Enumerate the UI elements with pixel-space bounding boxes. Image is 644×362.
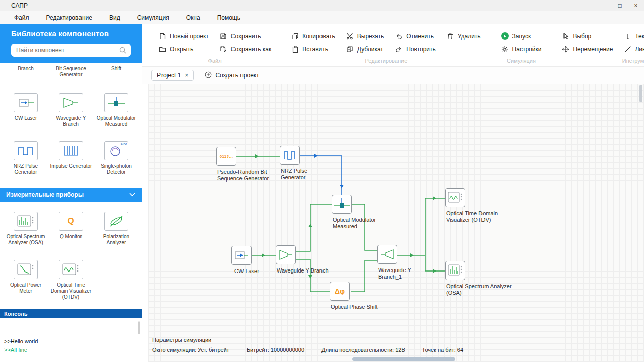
library-component-polarization[interactable]: Polarization Analyzer bbox=[94, 202, 139, 250]
menu-edit[interactable]: Редактирование bbox=[46, 14, 92, 21]
canvas-node-otdv[interactable]: Optical Time Domain Visualizer (OTDV) bbox=[445, 188, 465, 207]
menubar: Файл Редактирование Вид Симуляция Окна П… bbox=[0, 11, 644, 24]
tab-project-1[interactable]: Project 1 × bbox=[151, 70, 194, 81]
new-project-button[interactable]: Новый проект bbox=[153, 30, 214, 42]
minimize-button[interactable]: – bbox=[596, 0, 612, 11]
tab-close-icon[interactable]: × bbox=[185, 72, 188, 79]
status-points-per-bit: Точек на бит: 64 bbox=[422, 347, 464, 353]
settings-button[interactable]: Настройки bbox=[496, 43, 547, 55]
delete-button[interactable]: Удалить bbox=[442, 30, 486, 42]
menu-view[interactable]: Вид bbox=[109, 14, 120, 21]
menu-windows[interactable]: Окна bbox=[186, 14, 200, 21]
settings-gear-icon bbox=[501, 45, 509, 53]
paste-button[interactable]: Вставить bbox=[286, 43, 340, 55]
library-component-power-meter[interactable]: Optical Power Meter bbox=[3, 250, 48, 304]
line-icon bbox=[624, 45, 631, 53]
canvas-node-nrz[interactable]: NRZ Pulse Generator bbox=[280, 146, 300, 165]
otdv-icon bbox=[59, 260, 83, 279]
component-label: Q Monitor bbox=[60, 234, 82, 246]
menu-simulation[interactable]: Симуляция bbox=[137, 14, 169, 21]
library-component-q-monitor[interactable]: Q Q Monitor bbox=[48, 202, 94, 250]
canvas-node-osa[interactable]: Optical Spectrum Analyzer (OSA) bbox=[445, 261, 465, 280]
nrz-pulse-icon bbox=[280, 146, 300, 165]
y-branch-icon bbox=[276, 245, 296, 264]
canvas-node-y-branch[interactable]: Waveguide Y Branch bbox=[276, 245, 296, 264]
connection-wires bbox=[148, 84, 644, 362]
component-label: Polarization Analyzer bbox=[95, 234, 138, 246]
library-component-impulse[interactable]: Impulse Generator bbox=[48, 131, 94, 179]
open-folder-icon bbox=[158, 45, 166, 53]
horizontal-scrollbar-thumb[interactable] bbox=[352, 357, 455, 361]
cut-button[interactable]: Вырезать bbox=[341, 30, 389, 42]
vertical-scrollbar bbox=[639, 85, 642, 355]
canvas-node-modulator[interactable]: Optical Modulator Measured bbox=[332, 195, 352, 214]
paste-icon bbox=[291, 45, 299, 53]
run-button[interactable]: Запуск bbox=[496, 30, 547, 42]
console-header[interactable]: Консоль bbox=[0, 309, 142, 318]
component-label: Optical Power Meter bbox=[4, 282, 47, 294]
search-input[interactable] bbox=[11, 44, 131, 57]
library-component-nrz[interactable]: NRZ Pulse Generator bbox=[3, 131, 48, 179]
polarization-analyzer-icon bbox=[104, 212, 128, 231]
duplicate-button[interactable]: Дубликат bbox=[341, 43, 389, 55]
menu-file[interactable]: Файл bbox=[14, 14, 29, 21]
library-component-spd[interactable]: SPD Single-photon Detector bbox=[94, 131, 139, 179]
toolbar-group-file: Новый проект Открыть Сохранить Сохранить… bbox=[149, 24, 280, 66]
window-controls: – □ × bbox=[596, 0, 644, 11]
library-title: Библиотека компонентов bbox=[11, 29, 131, 38]
close-button[interactable]: × bbox=[628, 0, 644, 11]
toolbar-group-simulation: Запуск Настройки Симуляция bbox=[492, 24, 551, 66]
cutoff-component-row: Branch Bit Sequence Generator Shift bbox=[0, 66, 142, 83]
save-button[interactable]: Сохранить bbox=[215, 30, 276, 42]
menu-help[interactable]: Помощь bbox=[217, 14, 240, 21]
spd-badge: SPD bbox=[121, 142, 127, 145]
text-icon bbox=[624, 32, 631, 40]
canvas-node-cw-laser[interactable]: CW Laser bbox=[231, 246, 252, 265]
canvas-node-y-branch-1[interactable]: Waveguide Y Branch_1 bbox=[377, 245, 397, 264]
canvas-node-phase-shift[interactable]: Δφ Optical Phase Shift bbox=[330, 282, 350, 301]
library-component-cw-laser[interactable]: CW Laser bbox=[3, 83, 48, 131]
power-meter-icon bbox=[14, 260, 38, 279]
copy-button[interactable]: Копировать bbox=[286, 30, 340, 42]
component-library-sidebar: Библиотека компонентов Branch Bit Sequen… bbox=[0, 24, 142, 362]
project-tabbar: Project 1 × Создать проект bbox=[142, 67, 644, 84]
search-icon bbox=[119, 46, 127, 54]
move-tool-button[interactable]: Перемещение bbox=[556, 43, 618, 55]
cutoff-label[interactable]: Shift bbox=[94, 66, 139, 83]
redo-button[interactable]: Повторить bbox=[390, 43, 441, 55]
titlebar: САПР – □ × bbox=[0, 0, 644, 11]
horizontal-scrollbar bbox=[148, 357, 637, 361]
status-sim-window: Окно симуляции: Уст. битрейт bbox=[152, 347, 229, 353]
cw-laser-icon bbox=[231, 246, 252, 265]
canvas-node-prbs[interactable]: 011?... Pseudo-Random Bit Sequence Gener… bbox=[216, 147, 236, 166]
text-tool-button[interactable]: Текст bbox=[619, 30, 644, 42]
osa-icon bbox=[14, 212, 38, 231]
console-scrollbar[interactable] bbox=[138, 321, 140, 334]
line-tool-button[interactable]: Линия bbox=[619, 43, 644, 55]
phase-shift-icon: Δφ bbox=[330, 282, 350, 301]
maximize-button[interactable]: □ bbox=[612, 0, 628, 11]
undo-button[interactable]: Отменить bbox=[390, 30, 441, 42]
section-measuring-instruments[interactable]: Измерительные приборы bbox=[0, 188, 142, 202]
modulator-icon bbox=[332, 195, 352, 214]
group-label-file: Файл bbox=[149, 58, 280, 64]
library-component-modulator[interactable]: Optical Modulator Measured bbox=[94, 83, 139, 131]
component-label: Optical Time Domain Visualizer (OTDV) bbox=[49, 282, 93, 300]
cutoff-label[interactable]: Branch bbox=[3, 66, 48, 83]
library-component-y-branch[interactable]: Waveguide Y Branch bbox=[48, 83, 94, 131]
library-component-otdv[interactable]: Optical Time Domain Visualizer (OTDV) bbox=[48, 250, 94, 304]
node-label: Optical Time Domain Visualizer (OTDV) bbox=[446, 210, 500, 223]
create-project-button[interactable]: Создать проект bbox=[205, 71, 259, 80]
redo-icon bbox=[395, 45, 403, 53]
open-button[interactable]: Открыть bbox=[153, 43, 214, 55]
node-label: Optical Spectrum Analyzer (OSA) bbox=[446, 283, 513, 296]
schematic-canvas[interactable]: 011?... Pseudo-Random Bit Sequence Gener… bbox=[148, 84, 644, 362]
q-monitor-icon: Q bbox=[59, 212, 83, 231]
cutoff-label[interactable]: Bit Sequence Generator bbox=[48, 66, 94, 83]
window-title: САПР bbox=[11, 2, 28, 9]
library-component-osa[interactable]: Optical Spectrum Analyzer (OSA) bbox=[3, 202, 48, 250]
spd-icon: SPD bbox=[104, 141, 128, 160]
vertical-scrollbar-thumb[interactable] bbox=[639, 85, 642, 102]
select-tool-button[interactable]: Выбор bbox=[556, 30, 618, 42]
save-as-button[interactable]: Сохранить как bbox=[215, 43, 276, 55]
